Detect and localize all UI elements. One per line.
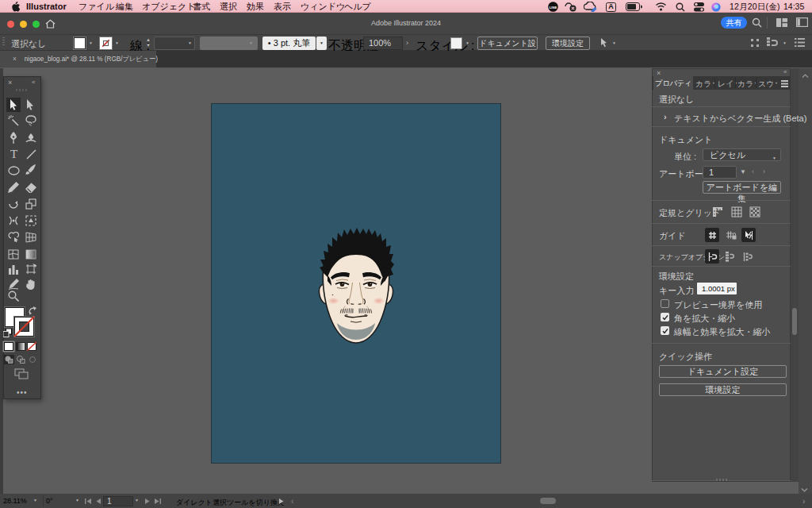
svg-text:T: T (10, 148, 17, 160)
svg-text:LINE: LINE (550, 6, 557, 10)
